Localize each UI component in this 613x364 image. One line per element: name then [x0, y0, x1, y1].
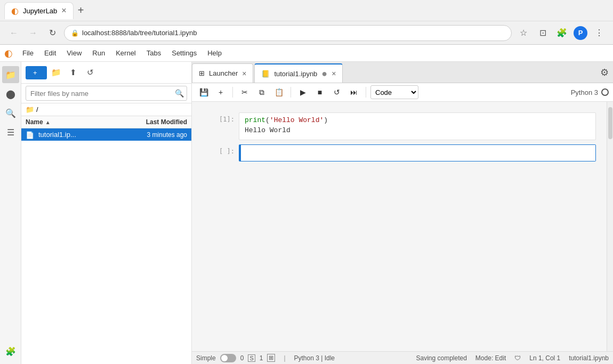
notebook-tab-label: tutorial1.ipynb — [274, 70, 317, 78]
main-area: 📁 ⬤ 🔍 ☰ 🧩 + 📁 ⬆ ↺ 🔍 — [0, 62, 613, 364]
notebook-toolbar: 💾 + ✂ ⧉ 📋 ▶ ■ ↺ ⏭ Code Markdown Raw Pyth — [192, 83, 613, 102]
folder-icon: 📁 — [26, 106, 34, 114]
reload-button[interactable]: ↻ — [45, 26, 60, 41]
code-cell-2[interactable] — [241, 144, 596, 161]
cell-wrapper-2: [ ]: — [203, 144, 596, 161]
refresh-button[interactable]: ↺ — [83, 65, 98, 80]
menu-button[interactable]: ⋮ — [592, 26, 607, 41]
notebook-tab-icon: 📒 — [261, 70, 270, 78]
col-modified-header[interactable]: Last Modified — [118, 118, 187, 126]
sidebar-commands-button[interactable]: ☰ — [2, 124, 19, 141]
sidebar-search-button[interactable]: 🔍 — [2, 104, 19, 122]
restart-kernel-button[interactable]: ↺ — [329, 85, 344, 99]
kernel-status-circle — [601, 88, 609, 96]
extensions-button[interactable]: ⊡ — [535, 26, 550, 41]
bookmark-button[interactable]: ☆ — [516, 26, 531, 41]
scroll-thumb[interactable] — [608, 107, 612, 139]
code-line-1: print('Hello World') — [245, 116, 590, 124]
address-bar[interactable]: 🔒 localhost:8888/lab/tree/tutorial1.ipyn… — [64, 25, 512, 41]
save-button[interactable]: 💾 — [196, 85, 211, 99]
notebook-area: ⊞ Launcher × 📒 tutorial1.ipynb ● × ⚙ 💾 + — [192, 62, 613, 364]
simple-toggle[interactable] — [220, 354, 236, 362]
notebook-tab-close-icon[interactable]: × — [332, 69, 336, 78]
tab-close-icon[interactable]: × — [61, 6, 66, 15]
plus-icon: + — [33, 69, 37, 77]
kernel-name-label: Python 3 — [571, 88, 598, 96]
menu-settings[interactable]: Settings — [166, 47, 202, 59]
status-right: Saving completed Mode: Edit 🛡 Ln 1, Col … — [416, 354, 609, 362]
tab-title: JupyterLab — [23, 7, 57, 15]
jupyterlab-app: ◐ File Edit View Run Kernel Tabs Setting… — [0, 45, 613, 364]
menu-edit[interactable]: Edit — [39, 47, 61, 59]
filter-bar: 🔍 — [21, 84, 191, 103]
launcher-tab-label: Launcher — [209, 69, 238, 77]
forward-button[interactable]: → — [26, 26, 41, 41]
sidebar-running-button[interactable]: ⬤ — [2, 85, 19, 102]
dirty-indicator: ● — [321, 68, 327, 79]
new-folder-button[interactable]: 📁 — [49, 65, 64, 80]
puzzle-button[interactable]: 🧩 — [554, 26, 569, 41]
interrupt-kernel-button[interactable]: ■ — [312, 85, 327, 99]
filter-input[interactable] — [26, 86, 187, 101]
menu-tabs[interactable]: Tabs — [141, 47, 166, 59]
notebook-scrollbar[interactable] — [607, 102, 613, 351]
menu-view[interactable]: View — [61, 47, 87, 59]
shield-icon: 🛡 — [514, 354, 521, 362]
mode-label: Mode: Edit — [475, 354, 506, 362]
tab-tutorial1[interactable]: 📒 tutorial1.ipynb ● × — [254, 63, 343, 83]
run-all-button[interactable]: ⏭ — [346, 85, 361, 99]
menu-file[interactable]: File — [17, 47, 39, 59]
sidebar-files-button[interactable]: 📁 — [2, 66, 19, 83]
paste-cell-button[interactable]: 📋 — [271, 85, 286, 99]
new-tab-button[interactable]: + — [78, 4, 84, 17]
cut-cell-button[interactable]: ✂ — [237, 85, 252, 99]
run-cell-button[interactable]: ▶ — [295, 85, 310, 99]
file-name: tutorial1.ip... — [38, 131, 118, 139]
status-message: Saving completed — [416, 354, 466, 362]
string-value: 'Hello World' — [270, 116, 324, 124]
cell-wrapper-1: [1]: print('Hello World') Hello World — [203, 112, 596, 140]
breadcrumb-slash: / — [36, 106, 38, 114]
menu-help[interactable]: Help — [202, 47, 227, 59]
status-grid-icon: ⊞ — [267, 354, 275, 362]
jupyter-logo: ◐ — [4, 47, 13, 59]
status-filename: tutorial1.ipynb — [569, 354, 609, 362]
status-one: 1 — [260, 354, 263, 362]
new-launcher-button[interactable]: + — [26, 66, 47, 79]
file-list: 📄 tutorial1.ip... 3 minutes ago — [21, 128, 191, 364]
ln-col-label: Ln 1, Col 1 — [529, 354, 560, 362]
cell-output-1: Hello World — [245, 124, 590, 136]
profile-avatar[interactable]: P — [574, 26, 587, 40]
launcher-tab-close-icon[interactable]: × — [242, 69, 246, 78]
menu-kernel[interactable]: Kernel — [110, 47, 141, 59]
toolbar-separator-3 — [366, 87, 366, 98]
notebook-scroll-area: [1]: print('Hello World') Hello World [ … — [192, 102, 613, 351]
statusbar: Simple 0 S 1 ⊞ | Python 3 | Idle Saving … — [192, 351, 613, 364]
add-cell-button[interactable]: + — [213, 85, 228, 99]
col-name-header[interactable]: Name ▲ — [26, 118, 118, 126]
browser-tab[interactable]: ◐ JupyterLab × — [4, 2, 74, 19]
menubar: ◐ File Edit View Run Kernel Tabs Setting… — [0, 45, 613, 62]
back-button[interactable]: ← — [6, 26, 21, 41]
cell-type-select[interactable]: Code Markdown Raw — [370, 85, 418, 99]
code-cell-1[interactable]: print('Hello World') Hello World — [239, 112, 596, 140]
filter-search-icon: 🔍 — [175, 89, 184, 98]
tab-launcher[interactable]: ⊞ Launcher × — [192, 63, 253, 83]
file-row[interactable]: 📄 tutorial1.ip... 3 minutes ago — [21, 128, 191, 141]
paren-open: ( — [265, 116, 270, 124]
settings-gear-icon[interactable]: ⚙ — [596, 62, 613, 83]
sidebar-extensions-button[interactable]: 🧩 — [2, 343, 19, 360]
print-keyword: print — [245, 116, 265, 124]
status-s-icon: S — [248, 354, 255, 362]
copy-cell-button[interactable]: ⧉ — [254, 85, 269, 99]
cell-execution-count-1: [1]: — [203, 112, 235, 123]
menu-run[interactable]: Run — [87, 47, 110, 59]
breadcrumb-bar: 📁 / — [21, 103, 191, 116]
toolbar-separator-1 — [232, 87, 233, 98]
file-table-header: Name ▲ Last Modified — [21, 116, 191, 128]
browser-nav: ← → ↻ 🔒 localhost:8888/lab/tree/tutorial… — [0, 21, 613, 45]
kernel-status-text: Python 3 | Idle — [294, 354, 335, 362]
simple-label: Simple — [196, 354, 216, 362]
upload-button[interactable]: ⬆ — [66, 65, 81, 80]
nb-content: [1]: print('Hello World') Hello World [ … — [192, 102, 607, 172]
